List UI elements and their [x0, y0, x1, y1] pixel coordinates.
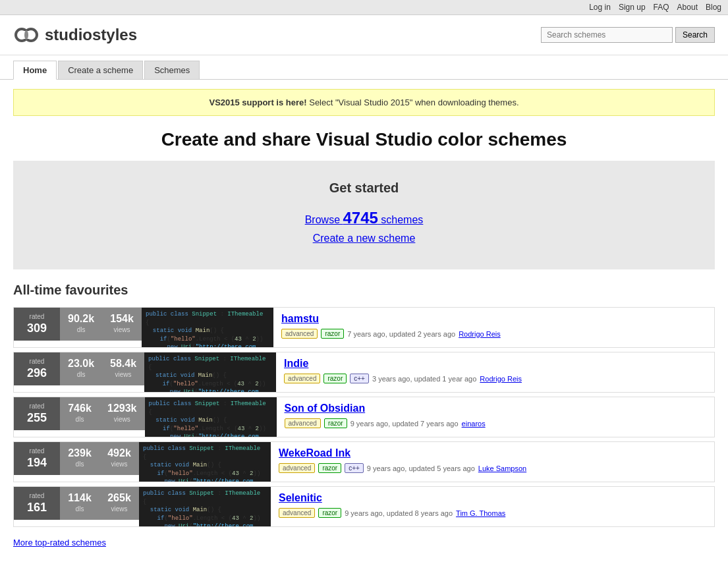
topbar-about[interactable]: About: [677, 3, 698, 12]
meta-time: 7 years ago, updated 2 years ago: [347, 330, 455, 338]
scheme-name-link[interactable]: Son of Obsidian: [285, 403, 707, 414]
author-link[interactable]: Luke Sampson: [478, 464, 526, 472]
downloads-label: dls: [77, 371, 86, 378]
search-button[interactable]: Search: [675, 27, 715, 43]
tag-cpp: c++: [345, 463, 364, 473]
scheme-name-link[interactable]: Selenitic: [279, 492, 706, 504]
browse-schemes-link[interactable]: Browse 4745 schemes: [33, 209, 695, 227]
topbar-login[interactable]: Log in: [589, 3, 611, 12]
scheme-preview[interactable]: public class Snippet : IThemeable { stat…: [145, 397, 277, 437]
browse-suffix: schemes: [378, 214, 423, 225]
scheme-info: hamstu advanced razor 7 years ago, updat…: [273, 308, 714, 344]
scheme-downloads: 746k dls: [60, 397, 99, 430]
tag-razor: razor: [318, 508, 341, 518]
scheme-name-link[interactable]: WekeRoad Ink: [279, 447, 706, 459]
stats-row: rated 194 239k dls 492k views: [14, 442, 139, 475]
scheme-views: 1293k views: [99, 397, 145, 430]
downloads-number: 23.0k: [68, 358, 94, 370]
scheme-meta: advanced razor 7 years ago, updated 2 ye…: [281, 329, 706, 339]
author-link[interactable]: einaros: [462, 420, 486, 428]
search-input[interactable]: [541, 27, 673, 43]
tag-advanced: advanced: [279, 463, 315, 473]
scheme-meta: advanced razor c++ 9 years ago, updated …: [279, 463, 706, 473]
downloads-number: 239k: [68, 447, 92, 459]
downloads-label: dls: [76, 416, 84, 423]
views-label: views: [114, 416, 130, 423]
views-label: views: [115, 371, 132, 378]
get-started-box: Get started Browse 4745 schemes Create a…: [13, 161, 715, 269]
scheme-info: WekeRoad Ink advanced razor c++ 9 years …: [271, 442, 714, 478]
scheme-views: 154k views: [102, 308, 142, 341]
views-label: views: [114, 326, 130, 333]
tag-advanced: advanced: [285, 418, 321, 428]
scheme-meta: advanced razor 9 years ago, updated 8 ye…: [279, 508, 706, 518]
meta-time: 3 years ago, updated 1 year ago: [372, 375, 476, 383]
logo-icon: [13, 22, 40, 48]
scheme-info: Selenitic advanced razor 9 years ago, up…: [271, 487, 714, 523]
banner-text: Select "Visual Studio 2015" when downloa…: [307, 98, 519, 107]
scheme-meta: advanced razor c++ 3 years ago, updated …: [284, 374, 706, 383]
author-link[interactable]: Tim G. Thomas: [456, 509, 505, 517]
scheme-card: rated 194 239k dls 492k views public cla…: [13, 441, 715, 482]
tab-create[interactable]: Create a scheme: [58, 61, 143, 79]
meta-time: 9 years ago, updated 7 years ago: [350, 420, 459, 428]
browse-prefix: Browse: [305, 214, 343, 225]
tag-razor: razor: [323, 374, 347, 383]
scheme-card: rated 309 90.2k dls 154k views public cl…: [13, 307, 715, 348]
stats-row: rated 161 114k dls 265k views: [14, 487, 139, 520]
views-label: views: [111, 505, 127, 513]
views-number: 1293k: [107, 403, 137, 414]
scheme-preview[interactable]: public class Snippet : IThemeable { stat…: [139, 487, 271, 526]
scheme-name-link[interactable]: Indie: [284, 358, 706, 370]
rated-label: rated: [30, 358, 45, 365]
scheme-views: 265k views: [99, 487, 139, 520]
more-top-rated-link[interactable]: More top-rated schemes: [13, 538, 106, 547]
topbar-blog[interactable]: Blog: [706, 3, 721, 12]
topbar-signup[interactable]: Sign up: [619, 3, 646, 12]
downloads-label: dls: [77, 326, 86, 333]
scheme-downloads: 90.2k dls: [60, 308, 102, 341]
scheme-rating: rated 296: [14, 352, 60, 385]
favourites-title: All-time favourites: [13, 283, 715, 298]
scheme-preview[interactable]: public class Snippet : IThemeable { stat…: [144, 352, 276, 392]
tag-advanced: advanced: [284, 374, 320, 383]
rating-number: 255: [27, 411, 47, 425]
tag-cpp: c++: [350, 374, 369, 383]
author-link[interactable]: Rodrigo Reis: [480, 375, 522, 383]
rating-number: 161: [27, 501, 47, 515]
tab-home[interactable]: Home: [13, 61, 57, 80]
scheme-name-link[interactable]: hamstu: [281, 313, 706, 325]
scheme-downloads: 239k dls: [60, 442, 99, 475]
rated-label: rated: [30, 313, 45, 320]
logo-text: studiostyles: [45, 26, 137, 44]
scheme-rating: rated 161: [14, 487, 60, 520]
scheme-downloads: 114k dls: [60, 487, 99, 520]
scheme-rating: rated 309: [14, 308, 60, 341]
stats-row: rated 255 746k dls 1293k views: [14, 397, 145, 430]
rated-label: rated: [30, 492, 45, 499]
scheme-rating: rated 194: [14, 442, 60, 475]
views-number: 265k: [107, 492, 131, 504]
topbar-faq[interactable]: FAQ: [654, 3, 669, 12]
tag-razor: razor: [321, 329, 344, 339]
scheme-preview[interactable]: public class Snippet : IThemeable { stat…: [142, 308, 273, 347]
scheme-card: rated 296 23.0k dls 58.4k views public c…: [13, 352, 715, 393]
scheme-rating: rated 255: [14, 397, 60, 430]
tag-advanced: advanced: [279, 508, 315, 518]
tab-schemes[interactable]: Schemes: [144, 61, 200, 79]
scheme-preview[interactable]: public class Snippet : IThemeable { stat…: [139, 442, 271, 482]
rating-number: 194: [27, 456, 47, 470]
downloads-number: 114k: [68, 492, 92, 504]
scheme-count: 4745: [343, 209, 378, 227]
rated-label: rated: [30, 403, 45, 410]
downloads-number: 746k: [68, 403, 92, 414]
header: studiostyles Search: [0, 15, 728, 55]
main-headline: Create and share Visual Studio color sch…: [0, 129, 728, 150]
svg-point-3: [24, 30, 28, 40]
create-new-scheme-link[interactable]: Create a new scheme: [33, 233, 695, 244]
scheme-meta: advanced razor 9 years ago, updated 7 ye…: [285, 418, 707, 428]
scheme-info: Indie advanced razor c++ 3 years ago, up…: [276, 352, 714, 389]
scheme-downloads: 23.0k dls: [60, 352, 102, 385]
rating-number: 309: [27, 321, 47, 335]
author-link[interactable]: Rodrigo Reis: [459, 330, 501, 338]
